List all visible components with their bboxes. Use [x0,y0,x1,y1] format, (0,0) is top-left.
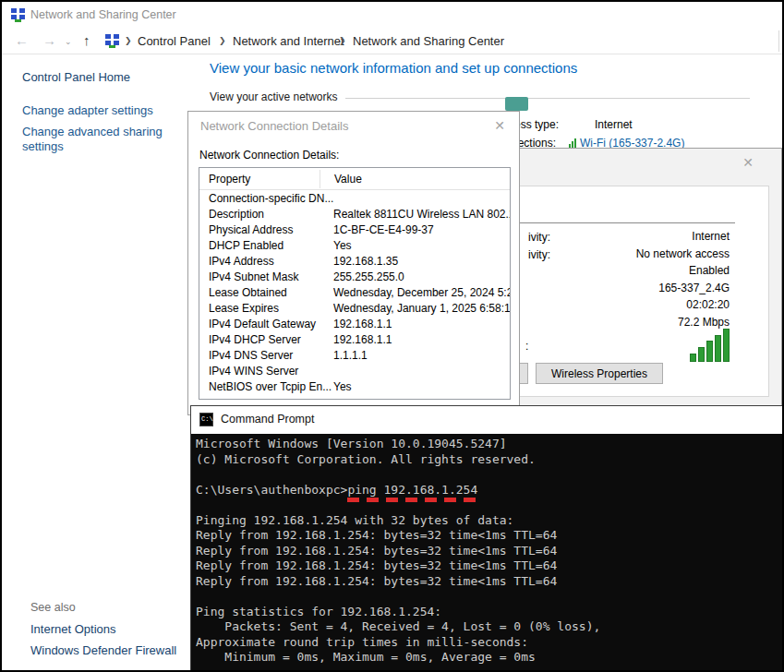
terminal-output[interactable]: Microsoft Windows [Version 10.0.19045.52… [191,434,784,672]
property-cell: IPv4 Address [209,255,274,268]
value-cell: 1C-BF-CE-E4-99-37 [333,223,511,236]
forward-icon[interactable]: → [42,32,56,48]
value-cell: Yes [333,380,511,393]
table-row[interactable]: IPv4 Default Gateway 192.168.1.1 [199,316,510,331]
address-bar-divider [778,30,779,52]
cmd-icon: C:\ [199,413,213,426]
cmd-title-bar: C:\ Command Prompt [191,406,784,434]
table-row[interactable]: Lease Expires Wednesday, January 1, 2025… [199,300,510,316]
terminal-line [196,467,784,483]
property-column-header[interactable]: Property [209,173,250,186]
value-cell: Wednesday, January 1, 2025 6:58:13 PM [333,302,511,315]
recent-locations-icon[interactable]: ⌄ [65,37,72,46]
see-also-label: See also [30,601,76,614]
window-title: Network and Sharing Center [30,8,176,21]
table-row[interactable]: IPv4 Address 192.168.1.35 [199,253,510,269]
active-networks-label: View your active networks [210,90,338,103]
page-title: View your basic network information and … [210,60,577,76]
prompt-line: C:\Users\authenboxpc>ping 192.168.1.254 [196,483,784,498]
value-cell: 1.1.1.1 [333,349,511,362]
terminal-line: Reply from 192.168.1.254: bytes=32 time<… [196,558,784,574]
sidebar-item-windows-defender-firewall[interactable]: Windows Defender Firewall [30,643,176,657]
property-cell: Connection-specific DN... [209,192,333,205]
terminal-line [196,498,784,513]
value-cell: Yes [333,239,511,252]
table-row[interactable]: DHCP Enabled Yes [199,237,510,253]
connection-value: Internet [636,228,730,246]
table-row[interactable]: Physical Address 1C-BF-CE-E4-99-37 [199,222,510,237]
property-cell: IPv4 DHCP Server [209,333,301,346]
breadcrumb-network-sharing-center[interactable]: Network and Sharing Center [353,34,504,48]
property-cell: DHCP Enabled [209,239,283,252]
dialog-title: Network Connection Details [200,119,348,133]
terminal-line: Microsoft Windows [Version 10.0.19045.52… [196,437,784,452]
value-cell: 192.168.1.1 [333,318,511,330]
column-divider[interactable] [320,170,320,188]
terminal-line: Reply from 192.168.1.254: bytes=32 time<… [196,544,784,559]
terminal-line: (c) Microsoft Corporation. All rights re… [196,452,784,468]
property-cell: IPv4 WINS Server [209,365,298,378]
value-cell: Realtek 8811CU Wireless LAN 802.11ac [333,208,511,221]
value-cell: 255.255.255.0 [333,270,511,283]
ipv4-connectivity-label: ivity: [528,231,550,244]
chevron-right-icon: ❯ [219,36,226,45]
close-icon[interactable]: ✕ [738,155,758,170]
signal-quality-label: : [525,340,528,353]
table-body: Connection-specific DN... Description Re… [199,190,510,394]
property-cell: IPv4 Subnet Mask [209,270,298,283]
breadcrumb-control-panel[interactable]: Control Panel [138,34,211,48]
navigation-bar: ← → ⌄ ↑ ❯ Control Panel ❯ Network and In… [2,28,782,54]
property-cell: NetBIOS over Tcpip En... [209,380,332,393]
connection-value: Enabled [636,262,730,280]
details-table: Property Value Connection-specific DN...… [199,167,511,400]
access-type-value: Internet [595,118,633,131]
terminal-line: Ping statistics for 192.168.1.254: [196,605,784,620]
property-cell: IPv4 DNS Server [209,349,293,362]
back-icon[interactable]: ← [15,32,29,48]
value-column-header[interactable]: Value [334,173,362,186]
table-row[interactable]: IPv4 DNS Server 1.1.1.1 [199,347,510,363]
title-bar: Network and Sharing Center [2,2,782,28]
property-cell: Physical Address [209,223,293,236]
table-header: Property Value [199,168,510,190]
wireless-properties-button[interactable]: Wireless Properties [536,363,663,384]
property-cell: IPv4 Default Gateway [209,318,316,330]
table-row[interactable]: NetBIOS over Tcpip En... Yes [199,378,510,394]
connection-values: InternetNo network accessEnabled165-337_… [636,228,730,331]
breadcrumb-network-icon [104,33,120,49]
close-icon[interactable]: ✕ [489,118,510,133]
ipv6-connectivity-label: ivity: [528,248,550,261]
value-cell: 192.168.1.35 [333,255,511,268]
value-cell: Wednesday, December 25, 2024 5:24:01 [333,286,511,299]
prompt-prefix: C:\Users\authenboxpc> [196,483,347,497]
table-row[interactable]: Lease Obtained Wednesday, December 25, 2… [199,284,510,300]
cmd-window-title: Command Prompt [221,413,314,426]
sidebar-item-change-adapter-settings[interactable]: Change adapter settings [22,103,153,117]
connection-value: No network access [636,246,730,263]
chevron-right-icon: ❯ [125,36,132,45]
terminal-line [196,589,784,605]
network-app-icon [10,7,26,23]
table-row[interactable]: IPv4 WINS Server [199,363,510,378]
sidebar-item-control-panel-home[interactable]: Control Panel Home [22,70,130,84]
sidebar-item-internet-options[interactable]: Internet Options [30,622,116,636]
details-list-label: Network Connection Details: [199,149,339,162]
connection-value: 02:02:20 [636,296,730,314]
connection-value: 165-337_2.4G [636,280,730,297]
breadcrumb-network-and-internet[interactable]: Network and Internet [233,34,344,48]
table-row[interactable]: IPv4 DHCP Server 192.168.1.1 [199,331,510,347]
table-row[interactable]: Connection-specific DN... [199,190,510,206]
terminal-line: Pinging 192.168.1.254 with 32 bytes of d… [196,513,784,529]
chevron-right-icon: ❯ [339,36,346,45]
active-network-icon [505,97,528,111]
sidebar-item-change-advanced-sharing-settings[interactable]: Change advanced sharing settings [22,125,187,154]
table-row[interactable]: Description Realtek 8811CU Wireless LAN … [199,206,510,222]
signal-bars-icon [690,329,738,362]
terminal-line: Packets: Sent = 4, Received = 4, Lost = … [196,619,784,635]
up-icon[interactable]: ↑ [83,32,90,48]
property-cell: Lease Obtained [209,286,287,299]
section-divider [345,98,750,99]
network-connection-details-dialog: Network Connection Details ✕ Network Con… [187,111,520,415]
table-row[interactable]: IPv4 Subnet Mask 255.255.255.0 [199,269,510,284]
value-cell: 192.168.1.1 [333,333,511,346]
